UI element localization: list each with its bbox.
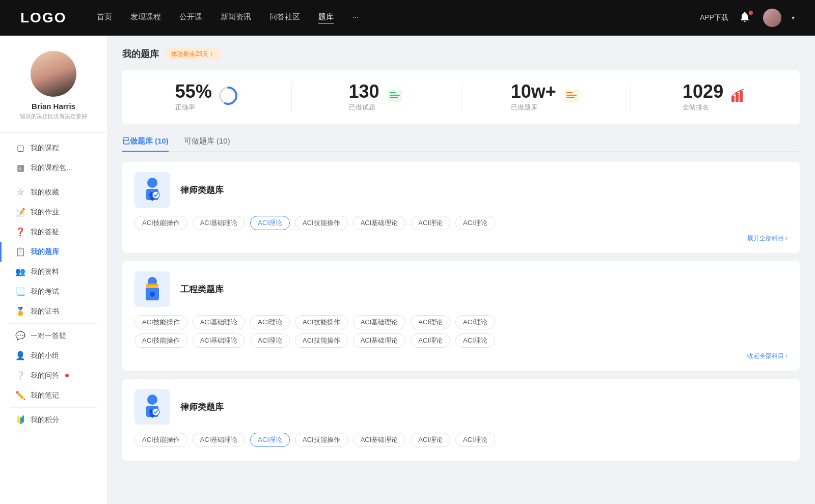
stat-banks-icon [562, 87, 581, 108]
tag-item[interactable]: ACI技能操作 [295, 216, 348, 230]
page-wrapper: Brian Harris 错误的决定比没有决定要好 ▢ 我的课程 ▦ 我的课程包… [0, 0, 815, 504]
tag-item[interactable]: ACI技能操作 [134, 315, 187, 329]
collapse-button-2[interactable]: 收起全部科目 › [134, 352, 787, 360]
tag-item[interactable]: ACI基础理论 [353, 315, 406, 329]
qbank-title-1: 律师类题库 [180, 184, 224, 196]
tab-available-banks[interactable]: 可做题库 (10) [184, 136, 230, 151]
tag-item[interactable]: ACI基础理论 [193, 315, 246, 329]
svg-rect-11 [736, 93, 739, 102]
notification-bell[interactable] [739, 11, 753, 25]
sidebar-item-homework[interactable]: 📝 我的作业 [0, 202, 107, 222]
profile-motto: 错误的决定比没有决定要好 [20, 113, 87, 120]
qbank-tags-2-row2: ACI技能操作 ACI基础理论 ACI理论 ACI技能操作 ACI基础理论 AC… [134, 333, 787, 348]
tag-item[interactable]: ACI理论 [411, 315, 450, 329]
section-title-row: 我的题库 体验剩余23天！ [122, 48, 800, 60]
tag-item[interactable]: ACI理论 [455, 216, 495, 230]
sidebar-item-my-courses[interactable]: ▢ 我的课程 [0, 138, 107, 158]
tag-item[interactable]: ACI基础理论 [193, 333, 246, 348]
tag-item[interactable]: ACI技能操作 [295, 315, 348, 329]
stat-banks-number: 10w+ [511, 82, 556, 101]
stat-ranking-icon [729, 87, 748, 108]
tag-item[interactable]: ACI基础理论 [353, 216, 406, 230]
sidebar-item-my-data[interactable]: 👥 我的资料 [0, 262, 107, 282]
group-icon: 👤 [15, 351, 25, 360]
qbank-icon-engineer [134, 271, 170, 307]
points-icon: 🔰 [15, 415, 25, 425]
stat-done-questions: 130 已做试题 [292, 82, 461, 112]
stat-done-label: 已做试题 [349, 103, 379, 112]
tag-item[interactable]: ACI理论 [411, 433, 450, 447]
sidebar-menu: ▢ 我的课程 ▦ 我的课程包... ☆ 我的收藏 📝 我的作业 ❓ 我的答疑 📋 [0, 133, 107, 435]
tag-item[interactable]: ACI理论 [250, 315, 290, 329]
nav-link-qa[interactable]: 问答社区 [269, 12, 300, 24]
tag-item[interactable]: ACI基础理论 [193, 433, 246, 447]
expand-button-1[interactable]: 展开全部科目 › [134, 234, 787, 243]
sidebar-item-favorites[interactable]: ☆ 我的收藏 [0, 182, 107, 202]
sidebar-item-my-exam[interactable]: 📃 我的考试 [0, 282, 107, 301]
profile-name: Brian Harris [32, 102, 75, 110]
tag-item[interactable]: ACI理论 [250, 333, 290, 348]
tag-item[interactable]: ACI基础理论 [193, 216, 246, 230]
lawyer-svg-icon [139, 176, 166, 204]
sidebar-item-group[interactable]: 👤 我的小组 [0, 346, 107, 366]
tag-item[interactable]: ACI技能操作 [134, 216, 187, 230]
sidebar-item-points[interactable]: 🔰 我的积分 [0, 410, 107, 430]
tag-item[interactable]: ACI技能操作 [295, 333, 348, 348]
nav-link-home[interactable]: 首页 [97, 12, 112, 24]
nav-link-open[interactable]: 公开课 [179, 12, 202, 24]
app-download-button[interactable]: APP下载 [700, 13, 728, 22]
sep-3 [10, 407, 97, 408]
tag-item[interactable]: ACI基础理论 [353, 433, 406, 447]
sidebar-item-notes[interactable]: ✏️ 我的笔记 [0, 385, 107, 405]
nav-link-more[interactable]: ··· [352, 12, 359, 24]
notes-icon: ✏️ [15, 390, 25, 400]
qbank-icon-lawyer-2 [134, 389, 170, 425]
navbar: LOGO 首页 发现课程 公开课 新闻资讯 问答社区 题库 ··· APP下载 … [0, 0, 815, 36]
stat-ranking-label: 全站排名 [683, 103, 723, 112]
nav-link-news[interactable]: 新闻资讯 [221, 12, 251, 24]
qbank-header-2: 工程类题库 [134, 271, 787, 307]
stat-ranking-number: 1029 [683, 82, 723, 101]
sep-1 [10, 180, 97, 180]
tag-item[interactable]: ACI技能操作 [295, 433, 348, 447]
tab-done-banks[interactable]: 已做题库 (10) [122, 136, 169, 151]
svg-point-20 [150, 292, 155, 297]
stat-done-icon [386, 87, 404, 108]
sidebar-item-course-packages[interactable]: ▦ 我的课程包... [0, 158, 107, 178]
svg-point-13 [147, 178, 157, 188]
user-avatar[interactable] [763, 9, 781, 27]
nav-link-question-bank[interactable]: 题库 [318, 12, 334, 24]
engineer-svg-icon [139, 275, 166, 303]
qbank-header-3: 律师类题库 [134, 389, 787, 425]
qbank-card-lawyer-1: 律师类题库 ACI技能操作 ACI基础理论 ACI理论 ACI技能操作 ACI基… [122, 162, 800, 253]
tag-item[interactable]: ACI基础理论 [353, 333, 406, 348]
sidebar-item-tutor[interactable]: 💬 一对一答疑 [0, 326, 107, 346]
stat-accuracy-label: 正确率 [175, 103, 212, 112]
tag-item[interactable]: ACI理论 [455, 333, 495, 348]
sidebar-item-my-qbank[interactable]: 📋 我的题库 [0, 242, 107, 262]
tag-item[interactable]: ACI理论 [411, 216, 450, 230]
sidebar: Brian Harris 错误的决定比没有决定要好 ▢ 我的课程 ▦ 我的课程包… [0, 36, 107, 504]
main-content: 我的题库 体验剩余23天！ 55% 正确率 130 [107, 36, 815, 504]
tag-item[interactable]: ACI理论 [411, 333, 450, 348]
sidebar-item-my-qa[interactable]: ❓ 我的答疑 [0, 222, 107, 242]
stat-done-number: 130 [349, 82, 379, 101]
user-menu-chevron[interactable]: ▾ [792, 14, 795, 21]
tag-item[interactable]: ACI理论 [455, 433, 495, 447]
tag-item-active[interactable]: ACI理论 [250, 433, 290, 447]
qbank-card-lawyer-2: 律师类题库 ACI技能操作 ACI基础理论 ACI理论 ACI技能操作 ACI基… [122, 379, 800, 461]
homework-icon: 📝 [15, 207, 25, 217]
tag-item[interactable]: ACI技能操作 [134, 433, 187, 447]
tag-item-active[interactable]: ACI理论 [250, 216, 290, 230]
star-icon: ☆ [15, 187, 25, 197]
tag-item[interactable]: ACI技能操作 [134, 333, 187, 348]
qbank-tags-1: ACI技能操作 ACI基础理论 ACI理论 ACI技能操作 ACI基础理论 AC… [134, 216, 787, 230]
nav-link-discover[interactable]: 发现课程 [130, 12, 161, 24]
tag-item[interactable]: ACI理论 [455, 315, 495, 329]
stat-banks-label: 已做题库 [511, 103, 556, 112]
sidebar-item-my-cert[interactable]: 🏅 我的证书 [0, 301, 107, 321]
avatar-image [31, 51, 76, 97]
tutor-icon: 💬 [15, 331, 25, 341]
svg-rect-7 [566, 92, 573, 93]
sidebar-item-my-questions[interactable]: ❔ 我的问答 [0, 366, 107, 385]
